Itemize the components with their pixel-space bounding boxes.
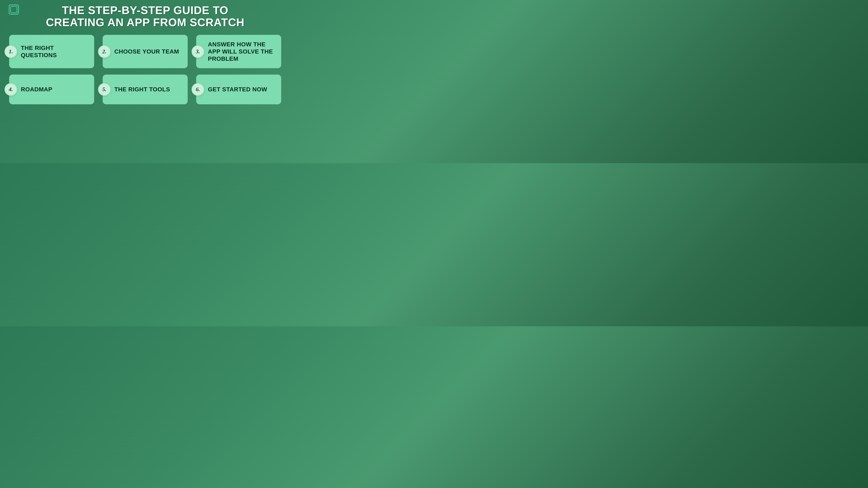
step-label-4: ROADMAP xyxy=(21,86,52,93)
steps-grid: 1. THE RIGHT QUESTIONS 2. CHOOSE YOUR TE… xyxy=(9,35,281,104)
step-label-5: THE RIGHT TOOLS xyxy=(114,86,170,93)
logo xyxy=(8,4,19,15)
step-card-6[interactable]: 6. GET STARTED NOW xyxy=(196,74,281,104)
step-number-5: 5. xyxy=(98,83,111,96)
step-number-4: 4. xyxy=(4,83,17,96)
page-header: THE STEP-BY-STEP GUIDE TO CREATING AN AP… xyxy=(8,4,282,29)
step-number-2: 2. xyxy=(98,45,111,58)
step-label-1: THE RIGHT QUESTIONS xyxy=(21,44,88,59)
step-number-3: 3. xyxy=(191,45,204,58)
page-title: THE STEP-BY-STEP GUIDE TO CREATING AN AP… xyxy=(46,4,244,29)
step-label-2: CHOOSE YOUR TEAM xyxy=(114,48,179,55)
step-card-2[interactable]: 2. CHOOSE YOUR TEAM xyxy=(103,35,188,68)
svg-rect-1 xyxy=(11,6,17,13)
step-card-1[interactable]: 1. THE RIGHT QUESTIONS xyxy=(9,35,94,68)
step-card-5[interactable]: 5. THE RIGHT TOOLS xyxy=(103,74,188,104)
step-number-6: 6. xyxy=(191,83,204,96)
step-card-4[interactable]: 4. ROADMAP xyxy=(9,74,94,104)
step-number-1: 1. xyxy=(4,45,17,58)
step-label-3: ANSWER HOW THE APP WILL SOLVE THE PROBLE… xyxy=(208,41,275,62)
step-label-6: GET STARTED NOW xyxy=(208,86,267,93)
step-card-3[interactable]: 3. ANSWER HOW THE APP WILL SOLVE THE PRO… xyxy=(196,35,281,68)
